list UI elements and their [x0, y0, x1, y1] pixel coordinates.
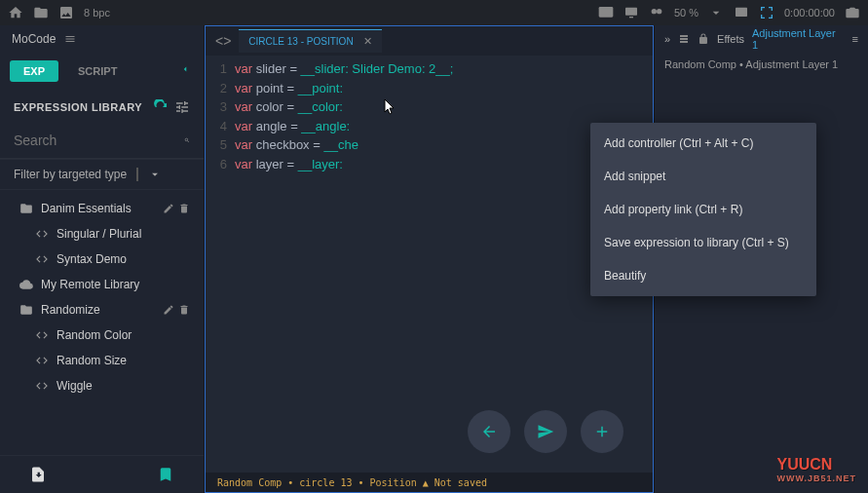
ctx-add-snippet[interactable]: Add snippet — [590, 160, 816, 193]
search-input[interactable] — [14, 127, 184, 154]
tree-folder-randomize[interactable]: Randomize — [0, 297, 204, 322]
code-icon — [35, 354, 49, 367]
tree-item-rsize[interactable]: Random Size — [0, 348, 204, 373]
refresh-icon[interactable] — [153, 99, 169, 115]
plus-icon — [593, 423, 611, 440]
tree-item-syntax[interactable]: Syntax Demo — [0, 246, 204, 272]
home-icon[interactable] — [8, 5, 23, 20]
ctx-save-expression[interactable]: Save expression to library (Ctrl + S) — [590, 226, 816, 259]
editor-tab[interactable]: CIRCLE 13 - POSITION ✕ — [239, 29, 381, 53]
svg-rect-1 — [629, 17, 633, 18]
stack-icon[interactable] — [678, 33, 690, 45]
section-title: EXPRESSION LIBRARY — [14, 101, 142, 113]
display-icon[interactable] — [598, 5, 614, 20]
tab-script[interactable]: SCRIPT — [64, 60, 131, 82]
fab-add[interactable] — [581, 410, 623, 453]
monitor-icon[interactable] — [623, 5, 639, 20]
menu-icon[interactable]: ≡ — [852, 33, 858, 45]
folder-icon — [19, 303, 33, 317]
fab-back[interactable] — [468, 410, 510, 453]
lock-icon[interactable] — [698, 33, 709, 45]
search-icon[interactable] — [184, 133, 190, 148]
editor-panel: <> CIRCLE 13 - POSITION ✕ 123456 var sli… — [205, 25, 654, 493]
breadcrumb: Random Comp • Adjustment Layer 1 — [655, 53, 868, 76]
back-button[interactable] — [176, 58, 194, 84]
code-icon — [35, 328, 49, 342]
menu-icon[interactable] — [63, 33, 77, 45]
tab-exp[interactable]: EXP — [10, 60, 58, 82]
tree-folder-danim[interactable]: Danim Essentials — [0, 196, 204, 221]
time-label: 0:00:00:00 — [784, 7, 835, 19]
watermark: YUUCN WWW.JB51.NET — [776, 456, 856, 483]
ctx-add-link[interactable]: Add property link (Ctrl + R) — [590, 193, 816, 226]
send-icon — [537, 423, 554, 440]
svg-point-3 — [657, 9, 661, 14]
code-icon — [35, 379, 49, 393]
svg-rect-5 — [680, 35, 688, 37]
tree-item-singular[interactable]: Singular / Plurial — [0, 221, 204, 246]
layout-icon[interactable] — [734, 5, 749, 20]
arrow-left-icon — [480, 423, 498, 440]
camera-frame-icon[interactable] — [759, 5, 774, 20]
filter-row[interactable]: Filter by targeted type — [0, 159, 204, 190]
filter-label: Filter by targeted type — [14, 168, 127, 181]
document-icon[interactable] — [29, 466, 47, 483]
bpc-label: 8 bpc — [84, 7, 110, 19]
chevron-down-icon[interactable] — [708, 5, 724, 20]
editor-tab-label: CIRCLE 13 - POSITION — [248, 36, 353, 47]
library-tree: Danim Essentials Singular / Plurial Synt… — [0, 190, 204, 455]
close-icon[interactable]: ✕ — [363, 35, 372, 48]
svg-rect-4 — [736, 8, 747, 17]
tree-label: Random Color — [57, 328, 132, 342]
effects-label: Effets — [717, 33, 744, 45]
edit-icon[interactable] — [163, 304, 174, 316]
code-icon — [35, 252, 49, 266]
chevron-right-icon[interactable]: » — [664, 33, 670, 45]
code-icon — [35, 227, 49, 241]
svg-rect-0 — [625, 8, 637, 16]
tree-label: Random Size — [57, 354, 127, 367]
left-panel: MoCode EXP SCRIPT EXPRESSION LIBRARY Fil… — [0, 25, 205, 493]
tree-label: Singular / Plurial — [57, 227, 141, 241]
svg-rect-6 — [680, 38, 688, 40]
status-bar: Random Comp • circle 13 • Position ▲ Not… — [206, 473, 653, 492]
tree-folder-remote[interactable]: My Remote Library — [0, 272, 204, 297]
tree-label: Danim Essentials — [41, 202, 132, 215]
ctx-beautify[interactable]: Beautify — [590, 259, 816, 292]
mask-icon[interactable] — [649, 5, 664, 20]
delete-icon[interactable] — [178, 304, 190, 316]
settings-icon[interactable] — [174, 99, 190, 115]
tree-label: My Remote Library — [41, 278, 139, 291]
tree-item-wiggle[interactable]: Wiggle — [0, 373, 204, 398]
cloud-icon — [19, 278, 33, 291]
folder-icon — [19, 202, 33, 215]
chevron-down-icon[interactable] — [148, 168, 162, 181]
svg-point-2 — [652, 9, 657, 14]
bookmark-icon[interactable] — [157, 466, 174, 483]
ctx-add-controller[interactable]: Add controller (Ctrl + Alt + C) — [590, 127, 816, 160]
app-top-bar: 8 bpc 50 % 0:00:00:00 — [0, 0, 868, 25]
svg-rect-7 — [680, 41, 688, 43]
tree-label: Wiggle — [57, 379, 93, 393]
tree-item-rcolor[interactable]: Random Color — [0, 322, 204, 348]
image-icon[interactable] — [58, 5, 74, 20]
panel-title: MoCode — [12, 32, 56, 46]
context-menu: Add controller (Ctrl + Alt + C) Add snip… — [590, 123, 816, 296]
tree-label: Randomize — [41, 303, 100, 317]
tree-label: Syntax Demo — [57, 252, 127, 266]
fab-send[interactable] — [524, 410, 567, 453]
zoom-label[interactable]: 50 % — [674, 7, 698, 19]
snapshot-icon[interactable] — [845, 5, 860, 20]
layer-link[interactable]: Adjustment Layer 1 — [752, 27, 845, 51]
editor-nav-buttons[interactable]: <> — [215, 33, 231, 49]
delete-icon[interactable] — [178, 203, 190, 214]
edit-icon[interactable] — [163, 203, 174, 214]
folder-icon[interactable] — [33, 5, 49, 20]
